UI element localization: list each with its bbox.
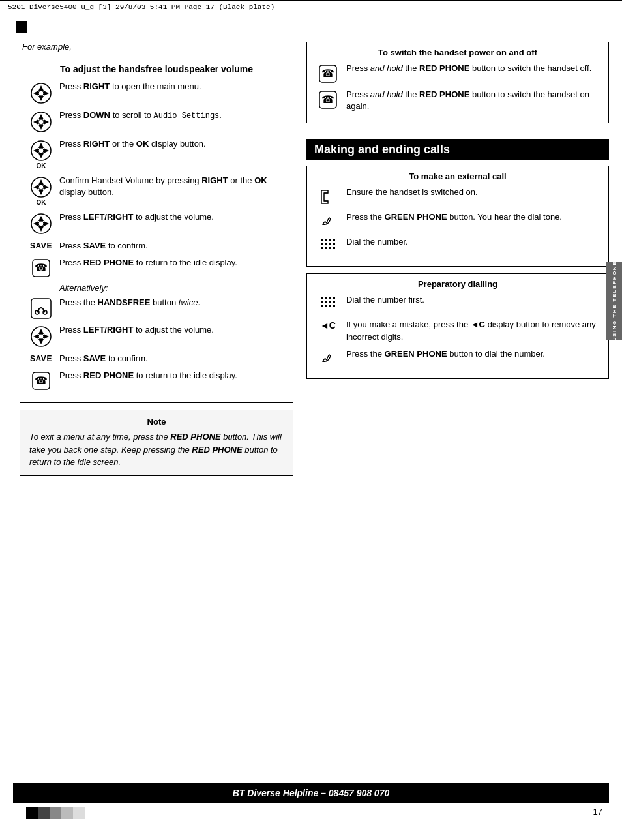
svg-point-5 (38, 91, 44, 96)
instruction-row: Press the GREEN PHONE button. You hear t… (315, 211, 600, 231)
note-box: Note To exit a menu at any time, press t… (20, 410, 293, 476)
backc-icon-cell: ◄C (315, 319, 341, 331)
svg-rect-72 (333, 301, 335, 303)
instruction-text: Press SAVE to confirm. (59, 353, 285, 365)
green-phone-icon-cell (315, 211, 341, 231)
svg-rect-67 (329, 301, 331, 303)
svg-marker-39 (44, 334, 49, 339)
for-example-label: For example, (22, 42, 293, 52)
note-text: To exit a menu at any time, press the RE… (29, 430, 284, 469)
bottom-mark-black (26, 807, 38, 819)
svg-marker-15 (33, 148, 38, 153)
preparatory-dialling-box: Preparatory dialling (306, 273, 609, 378)
instruction-text: Press LEFT/RIGHT to adjust the volume. (59, 211, 285, 223)
red-phone-icon-cell: ☎ (315, 89, 341, 110)
svg-marker-38 (33, 334, 38, 339)
svg-point-23 (38, 185, 44, 190)
bottom-mark-lighter (73, 807, 85, 819)
svg-point-40 (38, 334, 44, 339)
svg-marker-1 (38, 85, 44, 91)
instruction-text: Press RED PHONE to return to the idle di… (59, 370, 285, 382)
svg-point-17 (38, 148, 44, 153)
svg-marker-4 (44, 91, 49, 96)
page-footer: BT Diverse Helpline – 08457 908 070 (13, 783, 609, 803)
svg-marker-21 (33, 185, 38, 190)
green-phone-icon (319, 213, 337, 231)
svg-text:☎: ☎ (35, 262, 48, 273)
ok-label: OK (37, 199, 46, 206)
preparatory-title: Preparatory dialling (315, 279, 600, 289)
nav-icon (30, 325, 52, 348)
red-phone-icon: ☎ (31, 258, 51, 278)
instruction-text: Dial the number. (346, 236, 600, 248)
instruction-text: Press RIGHT or the OK display button. (59, 138, 285, 150)
side-tab: USING THE TELEPHONE (612, 261, 617, 341)
page-number: 17 (593, 807, 602, 817)
power-box-title: To switch the handset power on and off (315, 48, 600, 57)
keypad-icon (319, 237, 337, 256)
handset-icon (319, 188, 337, 206)
save-label: SAVE (30, 354, 52, 363)
instruction-text: If you make a mistake, press the ◄C disp… (346, 319, 600, 342)
svg-text:☎: ☎ (35, 375, 48, 386)
instruction-row: ☎ Press RED PHONE to return to the idle … (28, 257, 285, 278)
side-tab-wrapper: USING THE TELEPHONE (606, 262, 622, 340)
nav-icon-cell (28, 110, 54, 133)
svg-marker-28 (44, 221, 49, 226)
svg-rect-62 (321, 297, 323, 299)
power-box: To switch the handset power on and off ☎… (306, 42, 609, 123)
svg-rect-60 (333, 243, 335, 245)
svg-marker-36 (38, 329, 44, 334)
instruction-text: Press DOWN to scroll to Audio Settings. (59, 110, 285, 122)
svg-marker-27 (33, 221, 38, 226)
instruction-row: Press the HANDSFREE button twice. (28, 297, 285, 319)
svg-marker-8 (38, 125, 44, 130)
svg-rect-57 (325, 247, 327, 249)
svg-marker-26 (38, 226, 44, 232)
alternatively-label: Alternatively: (59, 283, 285, 293)
external-call-title: To make an external call (315, 172, 600, 181)
note-title: Note (29, 417, 284, 427)
instruction-text: Press RED PHONE to return to the idle di… (59, 257, 285, 269)
nav-ok-icon-cell: OK (28, 138, 54, 170)
bottom-mark-dark (38, 807, 50, 819)
instruction-text: Press the GREEN PHONE button. You hear t… (346, 211, 600, 223)
svg-rect-63 (325, 297, 327, 299)
red-phone-icon-cell: ☎ (28, 370, 54, 391)
red-phone-icon: ☎ (318, 90, 338, 110)
svg-rect-51 (325, 239, 327, 241)
instruction-row: Press RIGHT to open the main menu. (28, 81, 285, 104)
svg-rect-69 (325, 305, 327, 307)
svg-rect-56 (321, 247, 323, 249)
nav-ok-icon (30, 176, 52, 198)
instruction-row: Dial the number first. (315, 294, 600, 314)
header-text: 5201 Diverse5400 u_g [3] 29/8/03 5:41 PM… (8, 3, 274, 11)
svg-marker-14 (38, 153, 44, 158)
svg-rect-52 (329, 239, 331, 241)
svg-rect-53 (321, 243, 323, 245)
backc-label: ◄C (320, 320, 336, 331)
instruction-row: SAVE Press SAVE to confirm. (28, 353, 285, 365)
nav-icon (30, 82, 52, 104)
page-header: 5201 Diverse5400 u_g [3] 29/8/03 5:41 PM… (0, 0, 622, 14)
external-call-box: To make an external call Ensure the hand… (306, 166, 609, 267)
svg-marker-22 (44, 185, 49, 190)
svg-marker-37 (38, 339, 44, 344)
instruction-row: Press LEFT/RIGHT to adjust the volume. (28, 211, 285, 235)
svg-rect-50 (321, 239, 323, 241)
svg-rect-54 (325, 243, 327, 245)
save-icon-cell: SAVE (28, 240, 54, 250)
section-heading: Making and ending calls (306, 139, 609, 160)
handsfree-box: To adjust the handsfree loudspeaker volu… (20, 57, 293, 403)
svg-marker-47 (321, 190, 328, 203)
svg-marker-25 (38, 216, 44, 221)
svg-rect-71 (333, 297, 335, 299)
instruction-text: Press SAVE to confirm. (59, 240, 285, 252)
nav-icon-cell (28, 324, 54, 348)
instruction-row: ☎ Press and hold the RED PHONE button to… (315, 89, 600, 112)
handsfree-icon (31, 298, 52, 319)
svg-marker-10 (44, 119, 49, 125)
handsfree-box-title: To adjust the handsfree loudspeaker volu… (28, 64, 285, 74)
right-column: To switch the handset power on and off ☎… (306, 42, 609, 817)
instruction-text: Press the HANDSFREE button twice. (59, 297, 285, 308)
